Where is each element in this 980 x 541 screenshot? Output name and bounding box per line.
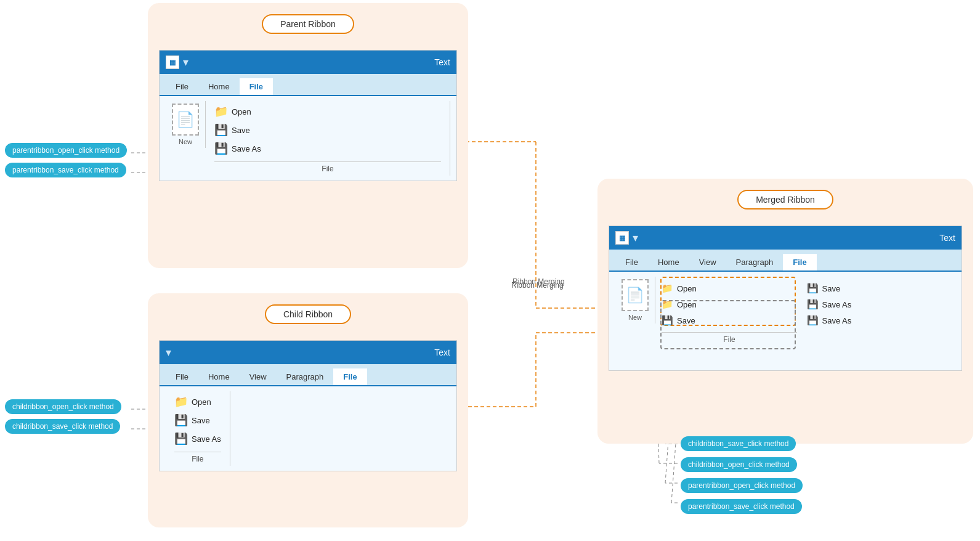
parent-tab-file2[interactable]: File [240, 78, 273, 95]
merged-saveas2-label: Save As [822, 316, 852, 325]
parent-ribbon-window: ▦ ▾ Text File Home File 📄 New 📁 [159, 50, 457, 181]
parent-save-label: Save [232, 126, 250, 135]
merged-item-save2[interactable]: 💾 Save [662, 314, 804, 327]
merged-parentribbon-open-badge: parentribbon_open_click method [681, 478, 803, 493]
child-ribbon-container: Child Ribbon ▾ Text File Home View Parag… [148, 293, 468, 527]
merged-saveas1-icon: 💾 [807, 299, 819, 310]
merged-title-text: Text [939, 233, 955, 243]
merged-save2-icon: 💾 [662, 315, 673, 326]
child-open-label: Open [192, 397, 211, 407]
child-save-label: Save [192, 416, 210, 425]
merged-item-saveas2[interactable]: 💾 Save As [807, 314, 950, 327]
merged-save2-label: Save [677, 316, 695, 325]
merged-tabs: File Home View Paragraph File [609, 250, 962, 272]
merged-item-saveas1[interactable]: 💾 Save As [807, 298, 950, 311]
merged-saveas2-icon: 💾 [807, 315, 819, 326]
merged-new-label: New [628, 314, 642, 321]
child-tab-view[interactable]: View [240, 368, 277, 385]
parent-new-group: 📄 New [166, 101, 206, 148]
merged-new-group: 📄 New [615, 277, 655, 323]
parent-item-saveas[interactable]: 💾 Save As [214, 140, 441, 157]
parent-save-badge: parentribbon_save_click method [5, 163, 126, 177]
parent-title-text: Text [434, 57, 450, 67]
parent-new-icon: 📄 [172, 104, 199, 136]
merged-saveas1-label: Save As [822, 300, 852, 309]
parent-saveas-icon: 💾 [214, 142, 228, 155]
parent-open-badge: parentribbon_open_click method [5, 143, 127, 158]
merged-ribbon-label: Merged Ribbon [737, 190, 833, 209]
child-ribbon-window: ▾ Text File Home View Paragraph File 📁 O… [159, 340, 457, 471]
parent-saveas-label: Save As [232, 144, 261, 153]
merged-ribbon-body: 📄 New 📁 Open 💾 Save [609, 272, 962, 370]
child-file-group-label: File [174, 452, 221, 463]
child-tab-file1[interactable]: File [166, 368, 198, 385]
child-save-badge: childribbon_save_click method [5, 419, 120, 434]
parent-tab-file1[interactable]: File [166, 78, 198, 95]
child-tab-paragraph[interactable]: Paragraph [277, 368, 334, 385]
child-ribbon-body: 📁 Open 💾 Save 💾 Save As File [160, 386, 456, 471]
parent-app-icon: ▦ [166, 55, 179, 69]
parent-item-open[interactable]: 📁 Open [214, 104, 441, 120]
merged-items-area: 📁 Open 💾 Save 📁 Open 💾 Save As [655, 277, 955, 346]
merged-parentribbon-save-badge: parentribbon_save_click method [681, 499, 802, 514]
parent-ribbon-container: Parent Ribbon ▦ ▾ Text File Home File 📄 … [148, 3, 468, 268]
merged-open2-icon: 📁 [662, 299, 673, 310]
merged-dropdown-icon: ▾ [633, 231, 638, 245]
parent-item-save[interactable]: 💾 Save [214, 122, 441, 138]
child-open-badge: childribbon_open_click method [5, 399, 121, 414]
merged-ribbon-container: Merged Ribbon ▦ ▾ Text File Home View Pa… [597, 179, 973, 444]
child-saveas-label: Save As [192, 434, 221, 444]
merged-tab-view[interactable]: View [689, 254, 726, 270]
merged-childribbon-open-badge: childribbon_open_click method [681, 457, 797, 472]
parent-file-items: 📁 Open 💾 Save 💾 Save As File [206, 101, 450, 176]
merged-save1-label: Save [822, 284, 841, 293]
parent-tab-home[interactable]: Home [198, 78, 240, 95]
merged-tab-file1[interactable]: File [615, 254, 648, 270]
child-save-icon: 💾 [174, 413, 188, 427]
merged-tab-file2[interactable]: File [783, 254, 816, 270]
parent-new-label: New [179, 138, 192, 145]
merged-titlebar: ▦ ▾ Text [609, 226, 962, 250]
merged-tab-paragraph[interactable]: Paragraph [726, 254, 784, 270]
merged-open1-label: Open [677, 284, 697, 293]
parent-save-icon: 💾 [214, 123, 228, 137]
child-item-save[interactable]: 💾 Save [174, 412, 221, 428]
parent-open-label: Open [232, 107, 251, 116]
merged-tab-home[interactable]: Home [648, 254, 689, 270]
child-tab-home[interactable]: Home [198, 368, 240, 385]
child-dropdown-icon: ▾ [166, 346, 171, 359]
merged-items-grid: 📁 Open 💾 Save 📁 Open 💾 Save As [662, 279, 949, 330]
parent-tabs: File Home File [160, 74, 456, 96]
child-ribbon-label: Child Ribbon [265, 304, 351, 324]
child-saveas-icon: 💾 [174, 432, 188, 445]
parent-file-group-label: File [214, 161, 441, 173]
parent-open-icon: 📁 [214, 105, 228, 118]
merged-open2-label: Open [677, 300, 697, 309]
merged-save1-icon: 💾 [807, 283, 819, 294]
child-item-saveas[interactable]: 💾 Save As [174, 431, 221, 447]
merged-childribbon-save-badge: childribbon_save_click method [681, 436, 796, 451]
parent-titlebar: ▦ ▾ Text [160, 51, 456, 74]
merged-item-open1[interactable]: 📁 Open [662, 282, 804, 295]
parent-dropdown-icon: ▾ [183, 55, 188, 69]
merged-new-icon: 📄 [622, 279, 649, 311]
merged-item-open2[interactable]: 📁 Open [662, 298, 804, 311]
ribbon-merging-arrow-label: Ribbon Merging [512, 277, 565, 286]
child-tab-file2[interactable]: File [333, 368, 366, 385]
child-file-items: 📁 Open 💾 Save 💾 Save As File [166, 391, 230, 466]
parent-ribbon-label: Parent Ribbon [262, 14, 354, 34]
child-tabs: File Home View Paragraph File [160, 364, 456, 386]
parent-ribbon-body: 📄 New 📁 Open 💾 Save 💾 Save As File [160, 96, 456, 181]
merged-item-save1[interactable]: 💾 Save [807, 282, 950, 295]
merged-open1-icon: 📁 [662, 283, 673, 294]
child-open-icon: 📁 [174, 395, 188, 409]
merged-app-icon: ▦ [615, 231, 629, 245]
child-item-open[interactable]: 📁 Open [174, 394, 221, 410]
merged-ribbon-window: ▦ ▾ Text File Home View Paragraph File 📄… [609, 226, 962, 371]
child-title-text: Text [434, 348, 450, 357]
child-titlebar: ▾ Text [160, 341, 456, 364]
